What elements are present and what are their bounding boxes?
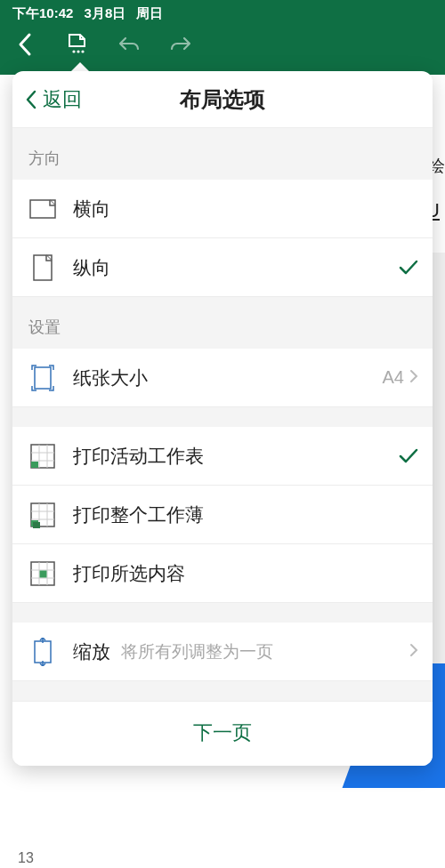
chevron-right-icon — [409, 367, 418, 388]
redo-icon[interactable] — [167, 31, 194, 58]
landscape-icon — [25, 198, 61, 220]
layout-options-panel: 返回 布局选项 方向 横向 纵向 设置 纸张大小 A4 — [12, 71, 433, 766]
print-active-sheet[interactable]: 打印活动工作表 — [12, 427, 433, 486]
toolbar — [9, 24, 436, 58]
paper-size-value-wrap: A4 — [383, 367, 418, 388]
orientation-portrait[interactable]: 纵向 — [12, 238, 433, 297]
print-active-label: 打印活动工作表 — [73, 444, 399, 469]
back-icon[interactable] — [12, 31, 39, 58]
panel-pointer — [71, 62, 89, 71]
section-orientation: 方向 — [12, 128, 433, 180]
chevron-right-icon — [409, 641, 418, 662]
next-page-label: 下一页 — [193, 721, 252, 743]
paper-size-label: 纸张大小 — [73, 366, 383, 390]
section-gap — [12, 681, 433, 701]
status-weekday: 周日 — [136, 5, 163, 20]
scale[interactable]: 缩放 将所有列调整为一页 — [12, 623, 433, 681]
panel-back-button[interactable]: 返回 — [12, 86, 94, 113]
svg-rect-25 — [35, 641, 51, 663]
orientation-landscape-label: 横向 — [73, 197, 418, 221]
section-settings: 设置 — [12, 297, 433, 349]
print-selection-icon — [25, 560, 61, 587]
scale-label: 缩放 — [73, 639, 110, 664]
panel-header: 返回 布局选项 — [12, 71, 433, 128]
svg-rect-11 — [31, 462, 38, 468]
panel-back-label: 返回 — [43, 86, 82, 113]
check-icon — [399, 260, 418, 276]
print-selection-label: 打印所选内容 — [73, 561, 418, 586]
svg-point-2 — [81, 50, 84, 52]
svg-point-0 — [72, 50, 75, 52]
next-page-button[interactable]: 下一页 — [12, 701, 433, 766]
file-menu-icon[interactable] — [64, 31, 91, 58]
section-gap — [12, 603, 433, 623]
print-workbook[interactable]: 打印整个工作薄 — [12, 486, 433, 544]
scale-icon — [25, 638, 61, 666]
scale-chevron — [409, 641, 418, 662]
scale-value: 将所有列调整为一页 — [121, 640, 409, 663]
print-workbook-icon — [25, 502, 61, 528]
paper-size[interactable]: 纸张大小 A4 — [12, 349, 433, 407]
orientation-landscape[interactable]: 横向 — [12, 180, 433, 238]
svg-rect-5 — [35, 367, 51, 389]
paper-size-icon — [25, 364, 61, 392]
portrait-icon — [25, 254, 61, 281]
undo-icon[interactable] — [116, 31, 142, 58]
status-time: 下午10:42 — [12, 5, 73, 20]
row-number: 13 — [18, 850, 34, 866]
app-bar: 下午10:42 3月8日 周日 — [0, 0, 445, 75]
print-active-icon — [25, 443, 61, 470]
svg-point-1 — [77, 50, 79, 52]
print-selection[interactable]: 打印所选内容 — [12, 544, 433, 603]
paper-size-value: A4 — [383, 367, 404, 388]
check-icon — [399, 448, 418, 464]
status-bar: 下午10:42 3月8日 周日 — [9, 4, 436, 24]
svg-rect-24 — [40, 570, 47, 577]
orientation-portrait-label: 纵向 — [73, 255, 399, 280]
status-date: 3月8日 — [85, 5, 126, 20]
section-gap — [12, 407, 433, 427]
svg-rect-18 — [33, 522, 40, 528]
print-workbook-label: 打印整个工作薄 — [73, 502, 418, 527]
